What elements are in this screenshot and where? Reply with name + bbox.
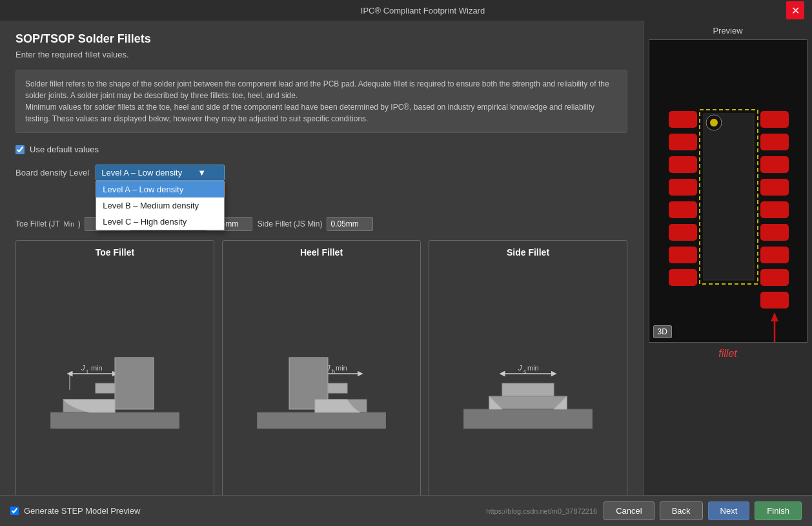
toe-fillet-label: Toe Fillet (JT [15, 219, 60, 228]
left-panel: SOP/TSOP Solder Fillets Enter the requir… [0, 21, 643, 526]
side-fillet-label: Side Fillet (JS Min) [258, 219, 323, 228]
footer-url: https://blog.csdn.net/m0_37872216 [486, 507, 597, 515]
diagrams-row: Toe Fillet [15, 240, 627, 514]
density-select-wrapper: Level A – Low density ▼ Level A – Low de… [96, 165, 225, 181]
next-button[interactable]: Next [708, 501, 750, 520]
right-panel: Preview [643, 21, 812, 526]
toe-fillet-title: Toe Fillet [96, 247, 134, 258]
preview-canvas: 3D [649, 39, 807, 343]
svg-rect-36 [760, 201, 789, 218]
svg-rect-22 [489, 396, 567, 409]
footer-buttons: Cancel Back Next Finish [604, 501, 802, 520]
svg-text:J: J [518, 364, 522, 372]
preview-label: Preview [713, 26, 742, 35]
cancel-button[interactable]: Cancel [604, 501, 654, 520]
back-button[interactable]: Back [660, 501, 703, 520]
generate-step-checkbox[interactable] [10, 507, 19, 515]
board-density-row: Board density Level Level A – Low densit… [15, 165, 627, 181]
svg-text:s: s [523, 369, 527, 375]
svg-rect-31 [669, 269, 697, 286]
density-dropdown: Level A – Low density Level B – Medium d… [96, 181, 225, 230]
dropdown-arrow-icon: ▼ [198, 168, 206, 177]
svg-rect-33 [760, 134, 789, 150]
svg-rect-26 [669, 156, 697, 173]
footer: Generate STEP Model Preview https://blog… [0, 495, 812, 526]
svg-rect-21 [502, 383, 554, 396]
side-fillet-input[interactable]: 0.05mm [327, 217, 373, 231]
toe-fillet-label3: ) [78, 219, 81, 228]
side-fillet-group: Side Fillet (JS Min) 0.05mm [258, 217, 373, 231]
page-title: SOP/TSOP Solder Fillets [15, 32, 627, 46]
svg-text:min: min [336, 364, 347, 372]
dropdown-option-a[interactable]: Level A – Low density [96, 181, 224, 197]
toe-fillet-label2: Min [64, 221, 74, 228]
svg-text:min: min [91, 364, 103, 372]
svg-rect-38 [760, 247, 789, 263]
svg-rect-42 [704, 114, 754, 280]
svg-marker-46 [771, 312, 778, 321]
main-container: SOP/TSOP Solder Fillets Enter the requir… [0, 21, 812, 526]
svg-rect-5 [96, 383, 115, 393]
svg-rect-7 [50, 412, 179, 429]
board-density-label: Board density Level [15, 168, 89, 177]
footer-left: Generate STEP Model Preview [10, 506, 480, 516]
close-button[interactable]: ✕ [786, 1, 804, 19]
svg-text:J: J [81, 364, 85, 372]
page-subtitle: Enter the required fillet values. [15, 50, 627, 59]
svg-point-44 [710, 119, 718, 126]
svg-rect-14 [328, 383, 347, 393]
toe-fillet-svg-area: J t min [21, 264, 208, 509]
title-bar: IPC® Compliant Footprint Wizard ✕ [0, 0, 812, 21]
dropdown-option-b[interactable]: Level B – Medium density [96, 197, 224, 214]
svg-rect-4 [115, 358, 154, 409]
generate-step-label[interactable]: Generate STEP Model Preview [24, 506, 140, 516]
svg-rect-40 [760, 292, 789, 309]
use-defaults-row: Use default values [15, 145, 627, 154]
svg-rect-32 [760, 111, 789, 128]
heel-fillet-title: Heel Fillet [300, 247, 343, 258]
side-fillet-svg-area: J s min [434, 264, 622, 509]
heel-fillet-diagram: Heel Fillet J h [222, 240, 421, 514]
toe-fillet-diagram: Toe Fillet [15, 240, 214, 514]
svg-rect-30 [669, 247, 697, 263]
svg-rect-27 [669, 179, 697, 196]
svg-text:h: h [332, 369, 335, 375]
svg-rect-35 [760, 179, 789, 196]
finish-button[interactable]: Finish [755, 501, 802, 520]
side-fillet-title: Side Fillet [507, 247, 549, 258]
svg-rect-29 [669, 224, 697, 241]
svg-rect-23 [463, 409, 593, 429]
density-select[interactable]: Level A – Low density ▼ [96, 165, 225, 181]
btn-3d[interactable]: 3D [653, 325, 672, 338]
svg-rect-24 [669, 111, 697, 128]
svg-rect-16 [257, 412, 386, 429]
svg-rect-34 [760, 156, 789, 173]
side-fillet-diagram: Side Fillet J s [429, 240, 627, 514]
use-defaults-label[interactable]: Use default values [30, 145, 99, 154]
dropdown-option-c[interactable]: Level C – High density [96, 214, 224, 230]
fillet-annotation: fillet [718, 348, 736, 359]
density-selected-value: Level A – Low density [101, 168, 182, 177]
svg-rect-39 [760, 269, 789, 286]
heel-fillet-svg-area: J h min [228, 264, 415, 509]
svg-rect-28 [669, 201, 697, 218]
svg-text:min: min [527, 364, 539, 372]
svg-rect-37 [760, 224, 789, 241]
svg-rect-25 [669, 134, 697, 150]
use-defaults-checkbox[interactable] [15, 145, 25, 154]
description-box: Solder fillet refers to the shape of the… [15, 70, 627, 133]
window-title: IPC® Compliant Footprint Wizard [59, 6, 786, 15]
